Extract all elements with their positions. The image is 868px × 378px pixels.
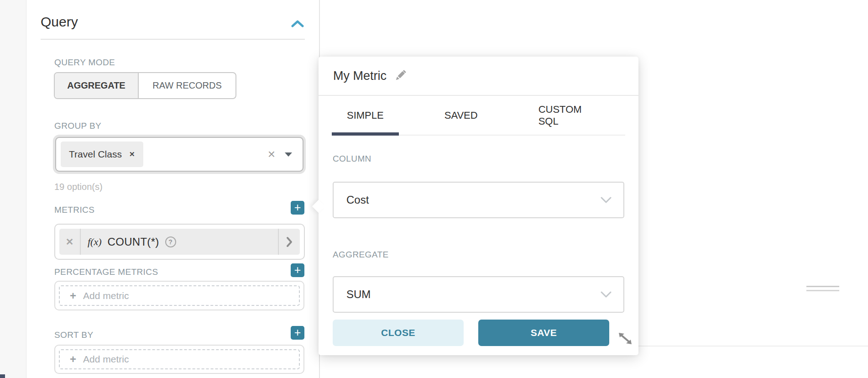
- query-mode-raw-records-button[interactable]: RAW RECORDS: [139, 73, 235, 98]
- column-select[interactable]: Cost: [333, 182, 624, 218]
- aggregate-select-value: SUM: [346, 288, 371, 301]
- add-metric-placeholder: Add metric: [83, 290, 129, 301]
- function-icon: f(x): [88, 236, 102, 248]
- column-label: COLUMN: [333, 154, 371, 164]
- metric-popover-tabs: SIMPLE SAVED CUSTOM SQL: [332, 96, 625, 136]
- chevron-right-icon: [286, 236, 293, 247]
- metric-expand-button[interactable]: [278, 229, 300, 255]
- plus-icon: +: [294, 264, 301, 276]
- bottom-left-corner-fragment: [0, 374, 5, 378]
- plus-icon: +: [70, 354, 76, 365]
- metrics-label: METRICS: [54, 205, 94, 215]
- add-percentage-metric-plus-button[interactable]: +: [291, 263, 304, 277]
- popover-header: My Metric: [319, 57, 638, 96]
- dropdown-caret-icon[interactable]: [284, 152, 293, 157]
- group-by-options-count: 19 option(s): [54, 182, 103, 192]
- add-sort-by-plus-button[interactable]: +: [291, 326, 304, 340]
- tab-saved[interactable]: SAVED: [429, 96, 493, 135]
- group-by-label: GROUP BY: [54, 121, 101, 131]
- help-icon: ?: [165, 236, 176, 247]
- aggregate-label: AGGREGATE: [333, 250, 389, 260]
- query-mode-aggregate-button[interactable]: AGGREGATE: [55, 73, 139, 98]
- query-mode-label: QUERY MODE: [54, 58, 115, 68]
- tab-simple[interactable]: SIMPLE: [332, 96, 399, 135]
- edit-pencil-icon[interactable]: [394, 70, 406, 82]
- group-by-select[interactable]: Travel Class ✕ ×: [55, 137, 303, 172]
- aggregate-select[interactable]: SUM: [333, 276, 624, 313]
- query-section-title: Query: [41, 13, 78, 31]
- close-button[interactable]: CLOSE: [333, 320, 464, 346]
- tab-custom-sql[interactable]: CUSTOM SQL: [523, 96, 597, 135]
- group-by-tag-label: Travel Class: [69, 149, 122, 160]
- add-metric-placeholder: Add metric: [83, 354, 129, 365]
- x-icon: ✕: [66, 236, 74, 247]
- section-divider: [41, 39, 305, 40]
- chart-builder-screen: Query QUERY MODE AGGREGATE RAW RECORDS G…: [0, 0, 868, 378]
- percentage-metrics-add-box[interactable]: + Add metric: [54, 281, 304, 310]
- sort-by-add-box[interactable]: + Add metric: [54, 345, 304, 374]
- plus-icon: +: [294, 327, 301, 338]
- remove-tag-icon[interactable]: ✕: [129, 150, 135, 158]
- clear-selection-icon[interactable]: ×: [268, 148, 275, 161]
- collapse-section-button[interactable]: [288, 16, 307, 31]
- plus-icon: +: [294, 202, 301, 213]
- metric-name: COUNT(*): [108, 236, 159, 248]
- metric-body[interactable]: f(x) COUNT(*) ?: [81, 229, 278, 255]
- query-mode-toggle: AGGREGATE RAW RECORDS: [54, 72, 236, 99]
- popover-arrow: [312, 200, 325, 213]
- metric-title: My Metric: [333, 69, 387, 83]
- sort-by-label: SORT BY: [54, 330, 94, 340]
- chevron-up-icon: [291, 20, 304, 27]
- panel-drag-handle[interactable]: [806, 286, 839, 294]
- save-button[interactable]: SAVE: [478, 320, 609, 346]
- popover-resize-icon[interactable]: [618, 332, 633, 346]
- percentage-metrics-label: PERCENTAGE METRICS: [54, 267, 158, 277]
- metric-edit-popover: My Metric SIMPLE SAVED CUSTOM SQL COLUMN…: [319, 57, 638, 355]
- metric-pill: ✕ f(x) COUNT(*) ?: [54, 224, 305, 260]
- group-by-tag: Travel Class ✕: [61, 142, 143, 167]
- left-rail: [0, 0, 26, 378]
- chevron-down-icon: [601, 197, 612, 203]
- column-select-value: Cost: [346, 194, 369, 206]
- metric-remove-button[interactable]: ✕: [59, 229, 81, 255]
- plus-icon: +: [70, 290, 76, 301]
- add-metric-plus-button[interactable]: +: [291, 201, 304, 215]
- chevron-down-icon: [601, 291, 612, 298]
